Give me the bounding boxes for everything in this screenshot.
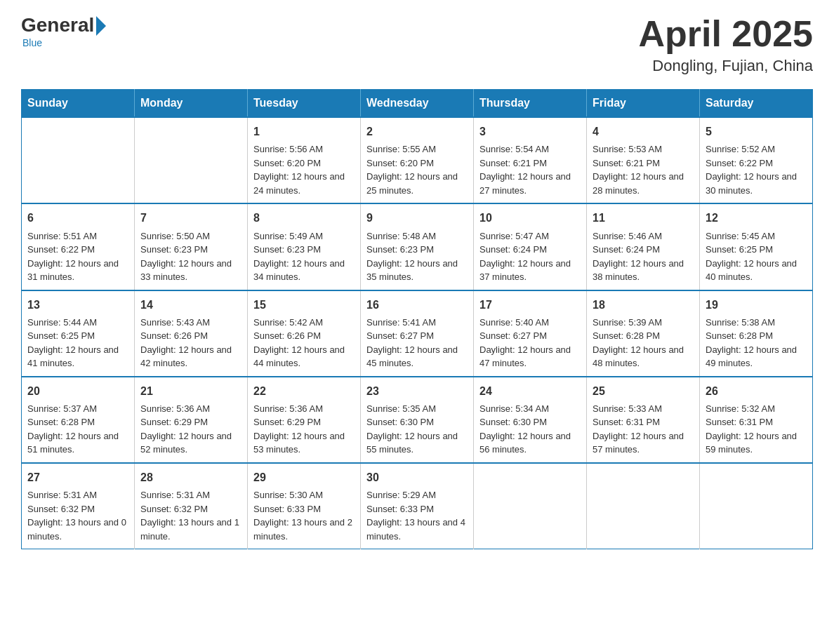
day-info: Sunrise: 5:32 AM Sunset: 6:31 PM Dayligh… — [706, 402, 807, 457]
calendar-cell: 3Sunrise: 5:54 AM Sunset: 6:21 PM Daylig… — [474, 117, 587, 203]
weekday-header-saturday: Saturday — [700, 90, 813, 118]
calendar-cell: 30Sunrise: 5:29 AM Sunset: 6:33 PM Dayli… — [361, 463, 474, 549]
day-info: Sunrise: 5:54 AM Sunset: 6:21 PM Dayligh… — [479, 142, 581, 197]
calendar-cell: 4Sunrise: 5:53 AM Sunset: 6:21 PM Daylig… — [587, 117, 700, 203]
location-title: Dongling, Fujian, China — [638, 57, 813, 75]
day-number: 21 — [140, 383, 241, 399]
weekday-header-monday: Monday — [135, 90, 248, 118]
day-number: 14 — [140, 297, 241, 313]
day-info: Sunrise: 5:41 AM Sunset: 6:27 PM Dayligh… — [366, 316, 468, 370]
day-info: Sunrise: 5:47 AM Sunset: 6:24 PM Dayligh… — [479, 229, 581, 284]
day-number: 20 — [27, 383, 128, 399]
day-number: 26 — [706, 383, 807, 399]
calendar-cell: 26Sunrise: 5:32 AM Sunset: 6:31 PM Dayli… — [700, 377, 813, 463]
calendar-week-row-3: 13Sunrise: 5:44 AM Sunset: 6:25 PM Dayli… — [22, 290, 813, 377]
calendar-cell: 19Sunrise: 5:38 AM Sunset: 6:28 PM Dayli… — [700, 290, 813, 377]
day-info: Sunrise: 5:31 AM Sunset: 6:32 PM Dayligh… — [27, 488, 128, 543]
day-info: Sunrise: 5:30 AM Sunset: 6:33 PM Dayligh… — [253, 488, 355, 543]
calendar-cell: 24Sunrise: 5:34 AM Sunset: 6:30 PM Dayli… — [474, 377, 587, 463]
day-number: 2 — [366, 123, 468, 140]
day-number: 28 — [140, 469, 241, 485]
calendar-cell: 20Sunrise: 5:37 AM Sunset: 6:28 PM Dayli… — [22, 377, 135, 463]
day-info: Sunrise: 5:42 AM Sunset: 6:26 PM Dayligh… — [253, 316, 355, 370]
calendar-cell: 23Sunrise: 5:35 AM Sunset: 6:30 PM Dayli… — [361, 377, 474, 463]
logo-general-text: General — [21, 14, 94, 36]
day-info: Sunrise: 5:45 AM Sunset: 6:25 PM Dayligh… — [706, 229, 807, 284]
day-info: Sunrise: 5:52 AM Sunset: 6:22 PM Dayligh… — [706, 142, 807, 197]
day-number: 9 — [366, 210, 468, 226]
calendar-cell: 21Sunrise: 5:36 AM Sunset: 6:29 PM Dayli… — [135, 377, 248, 463]
calendar-cell — [22, 117, 135, 203]
day-info: Sunrise: 5:35 AM Sunset: 6:30 PM Dayligh… — [366, 402, 468, 457]
weekday-header-sunday: Sunday — [22, 90, 135, 118]
day-info: Sunrise: 5:37 AM Sunset: 6:28 PM Dayligh… — [27, 402, 128, 457]
calendar-body: 1Sunrise: 5:56 AM Sunset: 6:20 PM Daylig… — [22, 117, 813, 549]
day-info: Sunrise: 5:49 AM Sunset: 6:23 PM Dayligh… — [253, 229, 355, 284]
day-number: 29 — [253, 469, 355, 485]
calendar-cell: 6Sunrise: 5:51 AM Sunset: 6:22 PM Daylig… — [22, 203, 135, 290]
day-number: 1 — [253, 123, 355, 140]
calendar-cell: 10Sunrise: 5:47 AM Sunset: 6:24 PM Dayli… — [474, 203, 587, 290]
logo-blue-text: Blue — [22, 37, 42, 48]
calendar-cell: 17Sunrise: 5:40 AM Sunset: 6:27 PM Dayli… — [474, 290, 587, 377]
day-info: Sunrise: 5:53 AM Sunset: 6:21 PM Dayligh… — [593, 142, 694, 197]
day-number: 27 — [27, 469, 128, 485]
calendar-week-row-2: 6Sunrise: 5:51 AM Sunset: 6:22 PM Daylig… — [22, 203, 813, 290]
calendar-cell: 1Sunrise: 5:56 AM Sunset: 6:20 PM Daylig… — [248, 117, 361, 203]
weekday-header-wednesday: Wednesday — [361, 90, 474, 118]
calendar-cell: 7Sunrise: 5:50 AM Sunset: 6:23 PM Daylig… — [135, 203, 248, 290]
calendar-table: SundayMondayTuesdayWednesdayThursdayFrid… — [21, 89, 813, 549]
day-info: Sunrise: 5:51 AM Sunset: 6:22 PM Dayligh… — [27, 229, 128, 284]
weekday-header-tuesday: Tuesday — [248, 90, 361, 118]
day-number: 13 — [27, 297, 128, 313]
day-info: Sunrise: 5:38 AM Sunset: 6:28 PM Dayligh… — [706, 316, 807, 370]
calendar-cell: 9Sunrise: 5:48 AM Sunset: 6:23 PM Daylig… — [361, 203, 474, 290]
calendar-cell: 22Sunrise: 5:36 AM Sunset: 6:29 PM Dayli… — [248, 377, 361, 463]
day-number: 7 — [140, 210, 241, 226]
day-number: 19 — [706, 297, 807, 313]
day-info: Sunrise: 5:56 AM Sunset: 6:20 PM Dayligh… — [253, 142, 355, 197]
calendar-cell: 28Sunrise: 5:31 AM Sunset: 6:32 PM Dayli… — [135, 463, 248, 549]
calendar-cell: 11Sunrise: 5:46 AM Sunset: 6:24 PM Dayli… — [587, 203, 700, 290]
logo-arrow-icon — [96, 16, 106, 36]
calendar-cell: 12Sunrise: 5:45 AM Sunset: 6:25 PM Dayli… — [700, 203, 813, 290]
calendar-cell: 27Sunrise: 5:31 AM Sunset: 6:32 PM Dayli… — [22, 463, 135, 549]
day-number: 23 — [366, 383, 468, 399]
calendar-cell — [700, 463, 813, 549]
day-number: 18 — [593, 297, 694, 313]
day-number: 4 — [593, 123, 694, 140]
day-info: Sunrise: 5:55 AM Sunset: 6:20 PM Dayligh… — [366, 142, 468, 197]
day-number: 12 — [706, 210, 807, 226]
day-info: Sunrise: 5:40 AM Sunset: 6:27 PM Dayligh… — [479, 316, 581, 370]
day-number: 8 — [253, 210, 355, 226]
day-number: 15 — [253, 297, 355, 313]
calendar-week-row-5: 27Sunrise: 5:31 AM Sunset: 6:32 PM Dayli… — [22, 463, 813, 549]
day-number: 10 — [479, 210, 581, 226]
calendar-cell: 25Sunrise: 5:33 AM Sunset: 6:31 PM Dayli… — [587, 377, 700, 463]
day-number: 25 — [593, 383, 694, 399]
day-info: Sunrise: 5:50 AM Sunset: 6:23 PM Dayligh… — [140, 229, 241, 284]
month-title: April 2025 — [638, 14, 813, 54]
calendar-cell — [587, 463, 700, 549]
day-info: Sunrise: 5:31 AM Sunset: 6:32 PM Dayligh… — [140, 488, 241, 543]
day-number: 30 — [366, 469, 468, 485]
calendar-header: SundayMondayTuesdayWednesdayThursdayFrid… — [22, 90, 813, 118]
day-number: 6 — [27, 210, 128, 226]
day-number: 16 — [366, 297, 468, 313]
day-number: 11 — [593, 210, 694, 226]
weekday-header-thursday: Thursday — [474, 90, 587, 118]
day-info: Sunrise: 5:44 AM Sunset: 6:25 PM Dayligh… — [27, 316, 128, 370]
day-info: Sunrise: 5:33 AM Sunset: 6:31 PM Dayligh… — [593, 402, 694, 457]
calendar-cell: 29Sunrise: 5:30 AM Sunset: 6:33 PM Dayli… — [248, 463, 361, 549]
calendar-cell: 16Sunrise: 5:41 AM Sunset: 6:27 PM Dayli… — [361, 290, 474, 377]
day-number: 22 — [253, 383, 355, 399]
calendar-week-row-1: 1Sunrise: 5:56 AM Sunset: 6:20 PM Daylig… — [22, 117, 813, 203]
calendar-cell: 2Sunrise: 5:55 AM Sunset: 6:20 PM Daylig… — [361, 117, 474, 203]
day-info: Sunrise: 5:34 AM Sunset: 6:30 PM Dayligh… — [479, 402, 581, 457]
calendar-cell: 14Sunrise: 5:43 AM Sunset: 6:26 PM Dayli… — [135, 290, 248, 377]
title-block: April 2025 Dongling, Fujian, China — [638, 14, 813, 75]
weekday-header-row: SundayMondayTuesdayWednesdayThursdayFrid… — [22, 90, 813, 118]
calendar-week-row-4: 20Sunrise: 5:37 AM Sunset: 6:28 PM Dayli… — [22, 377, 813, 463]
calendar-cell: 5Sunrise: 5:52 AM Sunset: 6:22 PM Daylig… — [700, 117, 813, 203]
day-info: Sunrise: 5:29 AM Sunset: 6:33 PM Dayligh… — [366, 488, 468, 543]
